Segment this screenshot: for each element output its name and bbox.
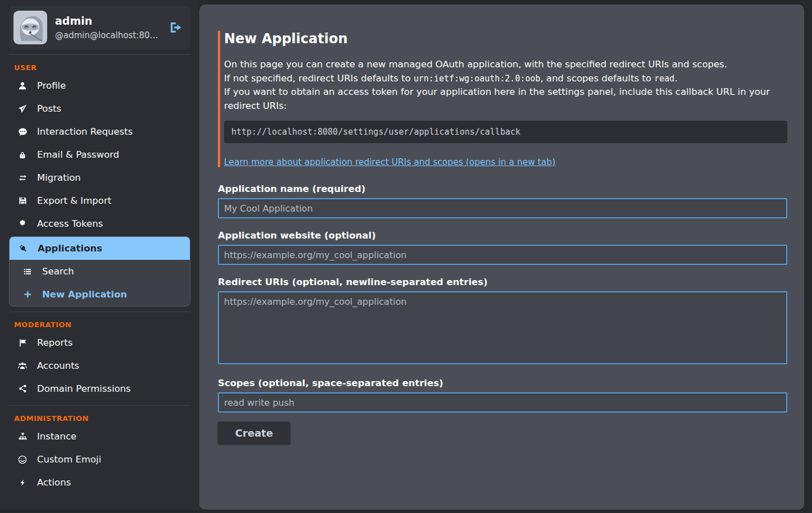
users-icon (17, 361, 28, 370)
sidebar-item-label: Access Tokens (37, 218, 103, 229)
redirect-uris-label: Redirect URIs (optional, newline-separat… (218, 277, 787, 287)
sign-out-icon[interactable] (169, 21, 185, 34)
divider (9, 405, 190, 406)
application-website-input[interactable] (218, 245, 787, 265)
sidebar-item-label: Profile (37, 80, 66, 91)
callback-url-code-block: http://localhost:8080/settings/user/appl… (224, 121, 787, 143)
inline-code-read: read (654, 74, 674, 84)
sidebar-item-label: Applications (38, 243, 102, 254)
sidebar-item-label: Domain Permissions (37, 383, 131, 394)
sidebar-item-access-tokens[interactable]: Access Tokens (9, 212, 190, 235)
user-card[interactable]: admin @admin@localhost:80… (9, 6, 190, 49)
user-meta: admin @admin@localhost:80… (55, 15, 161, 40)
scopes-field-group: Scopes (optional, space-separated entrie… (218, 378, 787, 413)
paper-plane-icon (17, 104, 28, 113)
page-title: New Application (224, 31, 787, 47)
sidebar-item-profile[interactable]: Profile (9, 74, 190, 97)
new-application-panel: New Application On this page you can cre… (199, 4, 804, 510)
sidebar-item-export-import[interactable]: Export & Import (9, 189, 190, 212)
applications-group: Applications Search New Application (9, 236, 190, 306)
user-icon (17, 81, 28, 90)
plus-icon (22, 290, 33, 299)
application-name-input[interactable] (218, 198, 787, 218)
application-website-label: Application website (optional) (218, 230, 787, 241)
create-button[interactable]: Create (218, 422, 290, 445)
user-handle: @admin@localhost:80… (55, 30, 161, 40)
applications-submenu: Search New Application (10, 260, 190, 306)
sidebar-item-label: Actions (37, 477, 71, 488)
section-header-administration: ADMINISTRATION (9, 411, 190, 425)
scopes-input[interactable] (218, 392, 787, 413)
divider (9, 312, 190, 312)
user-name: admin (55, 15, 161, 27)
settings-sidebar: admin @admin@localhost:80… USER Profile … (0, 0, 199, 510)
plug-icon (17, 244, 29, 253)
sidebar-item-posts[interactable]: Posts (9, 97, 190, 120)
sidebar-item-label: Search (42, 266, 74, 277)
intro-line-1: On this page you can create a new manage… (224, 59, 727, 70)
sidebar-item-custom-emoji[interactable]: Custom Emoji (9, 448, 190, 471)
section-header-user: USER (9, 60, 190, 74)
sidebar-item-label: Migration (37, 172, 81, 183)
sidebar-item-email-password[interactable]: Email & Password (9, 143, 190, 166)
sidebar-item-label: Interaction Requests (37, 126, 133, 137)
sidebar-item-accounts[interactable]: Accounts (9, 354, 190, 377)
sidebar-item-label: Email & Password (37, 149, 119, 160)
sidebar-item-interaction-requests[interactable]: Interaction Requests (9, 120, 190, 143)
sidebar-item-domain-permissions[interactable]: Domain Permissions (9, 377, 190, 400)
smiley-icon (17, 455, 28, 464)
certificate-icon (17, 219, 28, 228)
section-header-moderation: MODERATION (9, 317, 190, 331)
sidebar-item-reports[interactable]: Reports (9, 331, 190, 354)
share-nodes-icon (17, 384, 28, 393)
flag-icon (17, 338, 28, 347)
application-name-field-group: Application name (required) (218, 184, 787, 218)
sloth-avatar (13, 11, 47, 44)
arrows-left-right-icon (17, 174, 28, 182)
learn-more-link[interactable]: Learn more about application redirect UR… (224, 157, 555, 167)
sidebar-item-applications[interactable]: Applications (10, 237, 190, 260)
sidebar-item-applications-search[interactable]: Search (10, 260, 190, 283)
bolt-icon (17, 478, 28, 487)
sidebar-item-instance[interactable]: Instance (9, 425, 190, 448)
sidebar-item-label: Reports (37, 337, 72, 348)
sidebar-item-label: Custom Emoji (37, 454, 101, 465)
sidebar-item-label: Export & Import (37, 195, 111, 206)
sitemap-icon (17, 432, 28, 441)
redirect-uris-field-group: Redirect URIs (optional, newline-separat… (218, 277, 787, 364)
sidebar-item-label: Instance (37, 431, 76, 442)
intro-line-3: If you want to obtain an access token fo… (224, 86, 770, 111)
sidebar-item-label: Posts (37, 103, 61, 114)
page-header: New Application On this page you can cre… (218, 31, 787, 167)
application-name-label: Application name (required) (218, 184, 787, 194)
redirect-uris-textarea[interactable] (218, 291, 787, 364)
sidebar-item-actions[interactable]: Actions (9, 471, 190, 494)
sidebar-item-label: New Application (42, 289, 127, 300)
inline-code-oob: urn:ietf:wg:oauth:2.0:oob (414, 74, 541, 84)
sidebar-item-migration[interactable]: Migration (9, 166, 190, 189)
intro-line-2: If not specified, redirect URIs defaults… (224, 73, 677, 84)
comment-dots-icon (17, 127, 28, 136)
divider (9, 54, 190, 55)
intro-text: On this page you can create a new manage… (224, 58, 787, 113)
sidebar-item-label: Accounts (37, 360, 79, 371)
application-website-field-group: Application website (optional) (218, 230, 787, 265)
sidebar-item-new-application[interactable]: New Application (10, 283, 190, 306)
list-icon (22, 268, 33, 276)
floppy-disk-icon (17, 196, 28, 205)
scopes-label: Scopes (optional, space-separated entrie… (218, 378, 787, 388)
lock-icon (17, 150, 28, 159)
